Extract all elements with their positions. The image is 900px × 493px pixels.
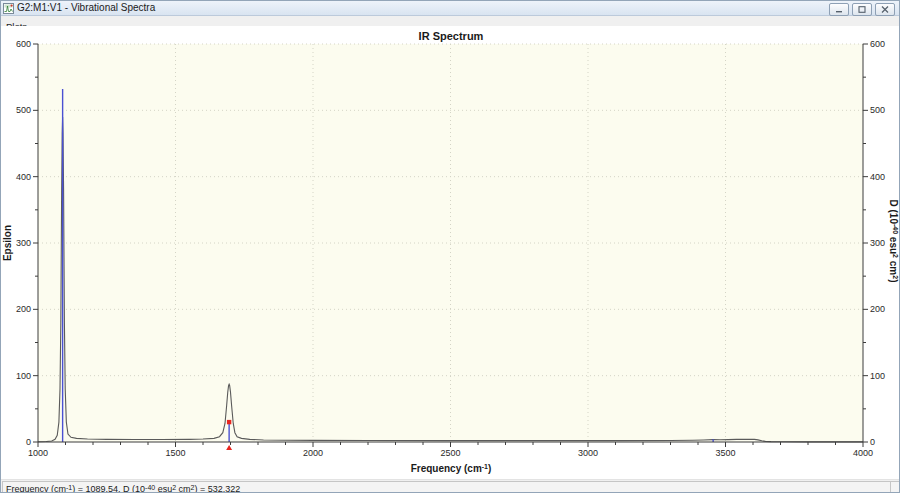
- x-tick-label: 1000: [28, 448, 48, 458]
- y-tick-label-left: 200: [16, 304, 31, 314]
- status-bar: Frequency (cm-1) = 1089.54, D (10-40 esu…: [1, 479, 900, 493]
- x-tick-label: 3000: [578, 448, 598, 458]
- close-icon: [881, 6, 889, 13]
- y-axis-label-left: Epsilon: [2, 225, 13, 261]
- x-tick-label: 4000: [853, 448, 873, 458]
- y-tick-label-left: 400: [16, 172, 31, 182]
- x-tick-label: 2500: [440, 448, 460, 458]
- y-tick-label-right: 500: [870, 105, 885, 115]
- y-tick-label-right: 600: [870, 39, 885, 49]
- x-tick-label: 2000: [303, 448, 323, 458]
- y-tick-label-left: 100: [16, 371, 31, 381]
- ir-spectrum-plot[interactable]: 1000150020002500300035004000001001002002…: [1, 26, 900, 479]
- chart-title: IR Spectrum: [419, 30, 484, 42]
- y-tick-label-left: 0: [26, 437, 31, 447]
- minimize-button[interactable]: [829, 3, 849, 16]
- y-tick-label-right: 300: [870, 238, 885, 248]
- y-axis-label-right: D (10-40 esu2 cm2): [888, 200, 899, 283]
- maximize-button[interactable]: [852, 3, 872, 16]
- minimize-icon: [835, 6, 843, 13]
- y-tick-label-right: 0: [870, 437, 875, 447]
- spectra-app-icon: [3, 3, 14, 14]
- y-tick-label-left: 500: [16, 105, 31, 115]
- close-button[interactable]: [875, 3, 895, 16]
- y-tick-label-right: 400: [870, 172, 885, 182]
- status-readout: Frequency (cm-1) = 1089.54, D (10-40 esu…: [2, 481, 891, 493]
- menu-bar: Plots: [1, 16, 899, 26]
- y-tick-label-left: 300: [16, 238, 31, 248]
- window-title: G2:M1:V1 - Vibrational Spectra: [17, 1, 155, 15]
- plot-area-wrapper: 1000150020002500300035004000001001002002…: [1, 26, 900, 479]
- selected-mode-marker-top[interactable]: [227, 420, 231, 424]
- vibrational-spectra-window: G2:M1:V1 - Vibrational Spectra Plots 100…: [0, 0, 900, 493]
- y-tick-label-left: 600: [16, 39, 31, 49]
- y-tick-label-right: 200: [870, 304, 885, 314]
- status-resize-grip[interactable]: [890, 481, 900, 493]
- selected-mode-marker-arrow[interactable]: [226, 445, 232, 450]
- x-tick-label: 3500: [715, 448, 735, 458]
- y-tick-label-right: 100: [870, 371, 885, 381]
- maximize-icon: [858, 6, 866, 13]
- x-axis-label: Frequency (cm-1): [411, 463, 492, 474]
- title-bar[interactable]: G2:M1:V1 - Vibrational Spectra: [1, 1, 899, 16]
- window-controls: [829, 3, 895, 16]
- x-tick-label: 1500: [165, 448, 185, 458]
